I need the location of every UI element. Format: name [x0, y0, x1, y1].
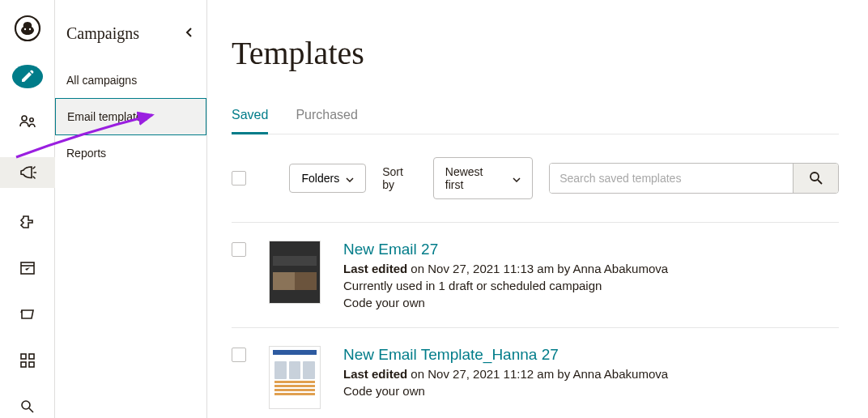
logo-monkey-icon[interactable] [12, 15, 43, 42]
sort-select[interactable]: Newest first [433, 157, 533, 199]
svg-point-4 [29, 118, 32, 122]
subnav-item-all-campaigns[interactable]: All campaigns [55, 62, 206, 98]
search-wrap [549, 163, 839, 194]
template-thumbnail[interactable] [269, 241, 321, 304]
template-title-link[interactable]: New Email Template_Hanna 27 [343, 346, 668, 364]
svg-point-3 [22, 116, 27, 121]
row-checkbox[interactable] [232, 348, 246, 362]
tabs: Saved Purchased [232, 108, 839, 134]
website-icon[interactable] [12, 257, 43, 280]
search-icon[interactable] [12, 395, 43, 418]
search-button[interactable] [793, 164, 838, 193]
subnav: Campaigns All campaigns Email templates … [55, 0, 207, 418]
content-icon[interactable] [12, 302, 43, 326]
row-checkbox[interactable] [232, 242, 246, 257]
template-edited: Last edited on Nov 27, 2021 11:13 am by … [343, 262, 668, 275]
chevron-down-icon [346, 172, 354, 185]
svg-point-2 [28, 28, 30, 30]
template-thumbnail[interactable] [269, 346, 321, 409]
select-all-checkbox[interactable] [232, 171, 246, 186]
subnav-title: Campaigns [66, 24, 139, 43]
template-title-link[interactable]: New Email 27 [343, 241, 668, 258]
chevron-down-icon [513, 172, 521, 185]
template-row: New Email Template_Hanna 27 Last edited … [232, 328, 839, 418]
template-row: New Email 27 Last edited on Nov 27, 2021… [232, 223, 839, 328]
subnav-item-email-templates[interactable]: Email templates [55, 98, 206, 135]
sortby-label: Sort by [382, 165, 417, 191]
folders-button[interactable]: Folders [289, 164, 366, 193]
audience-icon[interactable] [12, 111, 43, 134]
main-content: Templates Saved Purchased Folders Sort b… [207, 0, 868, 418]
svg-rect-6 [21, 354, 26, 359]
svg-rect-7 [29, 354, 34, 359]
subnav-item-reports[interactable]: Reports [55, 135, 206, 171]
svg-point-1 [23, 28, 25, 30]
template-type: Code your own [343, 384, 668, 398]
campaigns-megaphone-icon[interactable] [12, 157, 43, 188]
svg-point-10 [22, 401, 30, 409]
create-pencil-icon[interactable] [12, 65, 43, 88]
automations-icon[interactable] [12, 211, 43, 234]
tab-purchased[interactable]: Purchased [296, 108, 358, 134]
grid-apps-icon[interactable] [12, 348, 43, 372]
svg-rect-9 [29, 362, 34, 367]
chevron-left-icon[interactable] [185, 27, 194, 41]
sort-value: Newest first [445, 165, 501, 191]
page-title: Templates [232, 34, 839, 72]
tab-saved[interactable]: Saved [232, 108, 268, 134]
toolbar: Folders Sort by Newest first [232, 134, 839, 223]
folders-label: Folders [301, 172, 339, 185]
template-status: Currently used in 1 draft or scheduled c… [343, 279, 668, 292]
svg-rect-8 [21, 362, 26, 367]
template-type: Code your own [343, 296, 668, 309]
search-input[interactable] [550, 164, 793, 193]
icon-rail [0, 0, 55, 418]
template-edited: Last edited on Nov 27, 2021 11:12 am by … [343, 367, 668, 381]
svg-point-11 [811, 173, 819, 181]
